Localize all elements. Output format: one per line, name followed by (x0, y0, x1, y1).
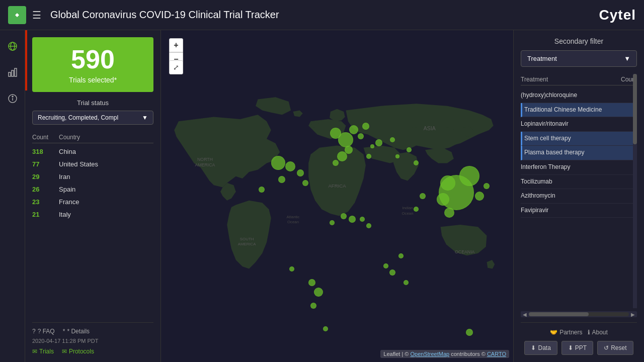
treatment-item-4[interactable]: Plasma based therapy (521, 146, 637, 160)
svg-text:AFRICA: AFRICA (328, 183, 346, 189)
bottom-links: ? ? FAQ * * Details 2020-04-17 11:28 PM … (32, 322, 153, 355)
svg-text:OCEANIA: OCEANIA (455, 249, 475, 254)
treatment-rows: (hydroxy)chloroquine Traditional Chinese… (521, 88, 637, 218)
treatment-name-0: (hydroxy)chloroquine (521, 92, 637, 100)
trials-count: 590 (40, 45, 145, 74)
right-panel: Secondary filter Treatment ▼ Treatment C… (513, 30, 644, 362)
country-name-0: China (59, 148, 153, 155)
svg-text:AMERICA: AMERICA (195, 162, 215, 167)
details-link[interactable]: * * Details (63, 328, 90, 335)
treatment-item-1[interactable]: Traditional Chinese Medicine (521, 103, 637, 118)
secondary-filter-dropdown[interactable]: Treatment ▼ (521, 50, 637, 67)
svg-text:Ocean: Ocean (401, 211, 413, 216)
country-scroll-area[interactable]: 318 China 77 United States 29 Iran 26 Sp… (32, 145, 153, 221)
trial-status-label: Trial status (32, 99, 153, 107)
right-bottom: 🤝 Partners ℹ About ⬇ Data ⬇ PPT ↺ (521, 322, 637, 355)
scroll-left-arrow[interactable]: ◀ (521, 310, 529, 318)
partners-link[interactable]: 🤝 Partners (550, 329, 582, 336)
country-name-1: United States (59, 160, 153, 168)
treatment-scroll-thumb[interactable] (633, 74, 637, 144)
treatment-scroll-track[interactable] (633, 74, 637, 308)
leaflet-attr: Leaflet (383, 351, 400, 357)
treatment-item-2[interactable]: Lopinavir/ritonavir (521, 117, 637, 132)
treatment-item-7[interactable]: Azithromycin (521, 189, 637, 204)
svg-text:Indian: Indian (402, 206, 413, 210)
country-row[interactable]: 77 United States (32, 158, 153, 170)
treatment-name-6: Tocilizumab (521, 178, 637, 186)
country-count-0: 318 (32, 148, 55, 155)
map-attribution: Leaflet | © OpenStreetMap contributors ©… (380, 350, 509, 358)
world-map: NORTH AMERICA ASIA AFRICA SOUTH AMERICA … (161, 30, 513, 362)
h-scroll-thumb[interactable] (529, 312, 589, 316)
country-count-2: 29 (32, 173, 55, 180)
left-sidebar (0, 30, 25, 362)
country-name-5: Italy (59, 211, 153, 218)
openstreetmap-link[interactable]: OpenStreetMap (410, 351, 449, 357)
map-expand-button[interactable]: ⤢ (169, 60, 183, 74)
sidebar-icon-chart[interactable] (5, 64, 21, 80)
about-link[interactable]: ℹ About (588, 329, 608, 336)
faq-link[interactable]: ? ? FAQ (32, 328, 55, 335)
timestamp: 2020-04-17 11:28 PM PDT (32, 338, 153, 344)
country-count-5: 21 (32, 211, 55, 218)
asterisk-icon: * (63, 328, 65, 335)
treatment-item-5[interactable]: Interferon Therapy (521, 160, 637, 175)
map-area[interactable]: + − ⤢ (161, 30, 513, 362)
treatment-item-0[interactable]: (hydroxy)chloroquine (521, 88, 637, 103)
trials-link[interactable]: ✉ Trials (32, 348, 54, 355)
scroll-right-arrow[interactable]: ▶ (629, 310, 637, 318)
trial-status-value: Recruiting, Completed, Compl (38, 114, 118, 121)
treatment-item-3[interactable]: Stem cell therapy (521, 132, 637, 146)
country-row[interactable]: 21 Italy (32, 208, 153, 221)
treatment-item-8[interactable]: Favipiravir (521, 204, 637, 218)
dropdown-arrow-icon: ▼ (142, 114, 148, 121)
country-row[interactable]: 318 China (32, 145, 153, 158)
email-icon-2: ✉ (62, 348, 67, 355)
country-row[interactable]: 23 France (32, 196, 153, 208)
email-links: ✉ Trials ✉ Protocols (32, 348, 153, 355)
sidebar-icon-globe[interactable] (5, 38, 21, 54)
country-row[interactable]: 29 Iran (32, 170, 153, 183)
zoom-in-button[interactable]: + (169, 38, 183, 52)
svg-text:Atlantic: Atlantic (287, 215, 300, 219)
faq-row: ? ? FAQ * * Details (32, 328, 153, 335)
reset-button[interactable]: ↺ Reset (597, 341, 633, 355)
h-scroll-track (529, 312, 629, 316)
trial-status-dropdown[interactable]: Recruiting, Completed, Compl ▼ (32, 111, 153, 125)
red-accent-bar (25, 30, 27, 90)
svg-text:Ocean: Ocean (287, 220, 299, 224)
treatment-name-2: Lopinavir/ritonavir (521, 120, 637, 128)
handshake-icon: 🤝 (550, 329, 557, 336)
country-count-1: 77 (32, 160, 55, 168)
sidebar-icon-info[interactable] (5, 90, 21, 107)
svg-text:NORTH: NORTH (197, 157, 213, 162)
country-row[interactable]: 26 Spain (32, 183, 153, 196)
hamburger-menu[interactable]: ☰ (32, 9, 41, 21)
protocols-link[interactable]: ✉ Protocols (62, 348, 94, 355)
treatment-item-6[interactable]: Tocilizumab (521, 175, 637, 190)
country-name-3: Spain (59, 186, 153, 193)
carto-link[interactable]: CARTO (487, 351, 506, 357)
filter-dropdown-arrow: ▼ (624, 55, 630, 62)
svg-point-9 (12, 96, 13, 97)
horizontal-scroll[interactable]: ◀ ▶ (521, 311, 637, 317)
main-content: 590 Trials selected* Trial status Recrui… (0, 30, 644, 362)
partner-links: 🤝 Partners ℹ About (521, 329, 637, 336)
filter-dropdown-value: Treatment (527, 55, 557, 62)
question-icon: ? (32, 328, 36, 335)
svg-rect-6 (15, 68, 17, 76)
ppt-button[interactable]: ⬇ PPT (561, 341, 593, 355)
treatment-table-header: Treatment Count (521, 74, 637, 85)
treatment-name-8: Favipiravir (521, 207, 637, 215)
download-ppt-icon: ⬇ (568, 344, 573, 351)
country-name-2: Iran (59, 173, 153, 180)
app-logo (8, 6, 26, 24)
treatment-table: Treatment Count (hydroxy)chloroquine Tra… (521, 74, 637, 308)
treatment-name-5: Interferon Therapy (521, 163, 637, 171)
email-icon: ✉ (32, 348, 37, 355)
info-icon: ℹ (588, 329, 590, 336)
data-button[interactable]: ⬇ Data (524, 341, 557, 355)
svg-text:SOUTH: SOUTH (240, 237, 254, 241)
treatment-name-4: Plasma based therapy (524, 149, 637, 157)
left-panel: 590 Trials selected* Trial status Recrui… (25, 30, 161, 362)
